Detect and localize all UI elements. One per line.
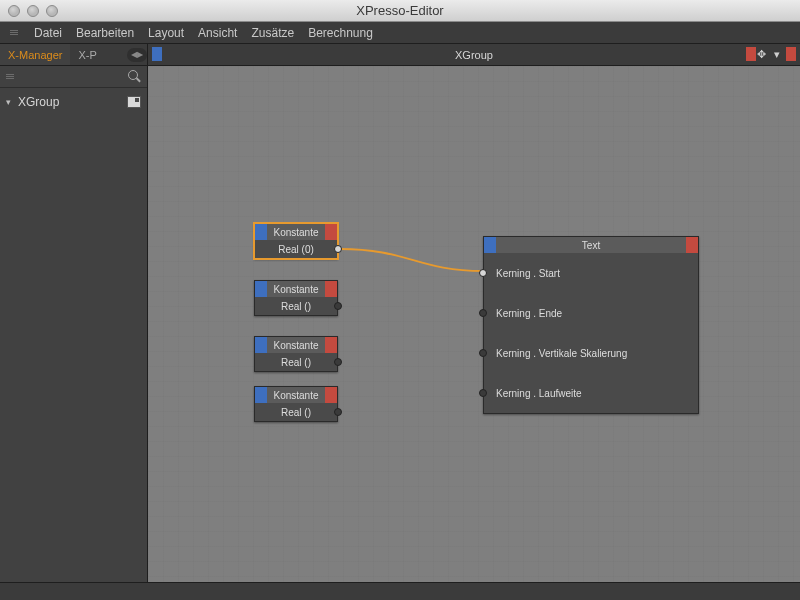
menu-ansicht[interactable]: Ansicht bbox=[198, 26, 237, 40]
editor-title: XGroup bbox=[148, 49, 800, 61]
tree-row-xgroup[interactable]: ▾ XGroup bbox=[4, 94, 143, 110]
port-label: Kerning . Vertikale Skalierung bbox=[488, 348, 694, 359]
xgroup-icon bbox=[127, 96, 141, 108]
output-port[interactable] bbox=[334, 408, 342, 416]
node-value: Real (0) bbox=[259, 244, 333, 255]
node-title: Konstante bbox=[267, 284, 325, 295]
connection-wire bbox=[148, 66, 800, 582]
editor-header: XGroup ✥ ▾ bbox=[148, 44, 800, 66]
collapse-icon[interactable]: ▾ bbox=[6, 97, 14, 107]
tree-label: XGroup bbox=[18, 95, 59, 109]
traffic-lights bbox=[8, 5, 58, 17]
node-konstante-0[interactable]: Konstante Real (0) bbox=[254, 223, 338, 259]
node-text[interactable]: Text Kerning . Start Kerning . Ende Kern… bbox=[483, 236, 699, 414]
window-titlebar: XPresso-Editor bbox=[0, 0, 800, 22]
node-value: Real () bbox=[259, 301, 333, 312]
tabs-scroll-icon[interactable]: ◀▶ bbox=[127, 48, 147, 62]
node-value: Real () bbox=[259, 407, 333, 418]
port-label: Kerning . Ende bbox=[488, 308, 694, 319]
menu-layout[interactable]: Layout bbox=[148, 26, 184, 40]
sidebar-toolbar bbox=[0, 66, 147, 88]
search-icon[interactable] bbox=[128, 70, 141, 83]
input-port-ende[interactable] bbox=[479, 309, 487, 317]
output-port[interactable] bbox=[334, 302, 342, 310]
node-editor: XGroup ✥ ▾ Konstante Real (0) Konstante … bbox=[148, 44, 800, 582]
menubar: Datei Bearbeiten Layout Ansicht Zusätze … bbox=[0, 22, 800, 44]
window-title: XPresso-Editor bbox=[0, 3, 800, 18]
statusbar bbox=[0, 582, 800, 600]
menu-berechnung[interactable]: Berechnung bbox=[308, 26, 373, 40]
expand-icon[interactable]: ✥ bbox=[754, 47, 768, 61]
menu-datei[interactable]: Datei bbox=[34, 26, 62, 40]
menu-bearbeiten[interactable]: Bearbeiten bbox=[76, 26, 134, 40]
output-port[interactable] bbox=[334, 358, 342, 366]
main-split: X-Manager X-P ◀▶ ▾ XGroup XGroup ✥ ▾ bbox=[0, 44, 800, 582]
node-konstante-3[interactable]: Konstante Real () bbox=[254, 386, 338, 422]
tab-x-pool[interactable]: X-P bbox=[70, 44, 104, 65]
menu-zusaetze[interactable]: Zusätze bbox=[251, 26, 294, 40]
sidebar: X-Manager X-P ◀▶ ▾ XGroup bbox=[0, 44, 148, 582]
node-title: Konstante bbox=[267, 340, 325, 351]
hierarchy-tree: ▾ XGroup bbox=[0, 88, 147, 116]
close-panel-icon[interactable] bbox=[786, 47, 796, 61]
node-title: Konstante bbox=[267, 390, 325, 401]
input-handle[interactable] bbox=[152, 47, 162, 61]
zoom-icon[interactable] bbox=[46, 5, 58, 17]
output-port[interactable] bbox=[334, 245, 342, 253]
node-title: Konstante bbox=[267, 227, 325, 238]
sidebar-tabs: X-Manager X-P ◀▶ bbox=[0, 44, 147, 66]
tab-x-manager[interactable]: X-Manager bbox=[0, 44, 70, 65]
input-port-start[interactable] bbox=[479, 269, 487, 277]
grip-icon[interactable] bbox=[10, 30, 18, 35]
node-konstante-2[interactable]: Konstante Real () bbox=[254, 336, 338, 372]
node-konstante-1[interactable]: Konstante Real () bbox=[254, 280, 338, 316]
input-port-laufweite[interactable] bbox=[479, 389, 487, 397]
chevron-down-icon[interactable]: ▾ bbox=[770, 47, 784, 61]
close-icon[interactable] bbox=[8, 5, 20, 17]
node-value: Real () bbox=[259, 357, 333, 368]
grip-icon[interactable] bbox=[6, 74, 14, 79]
minimize-icon[interactable] bbox=[27, 5, 39, 17]
input-port-vskal[interactable] bbox=[479, 349, 487, 357]
node-title: Text bbox=[496, 240, 686, 251]
port-label: Kerning . Laufweite bbox=[488, 388, 694, 399]
node-canvas[interactable]: Konstante Real (0) Konstante Real () Kon… bbox=[148, 66, 800, 582]
port-label: Kerning . Start bbox=[488, 268, 694, 279]
